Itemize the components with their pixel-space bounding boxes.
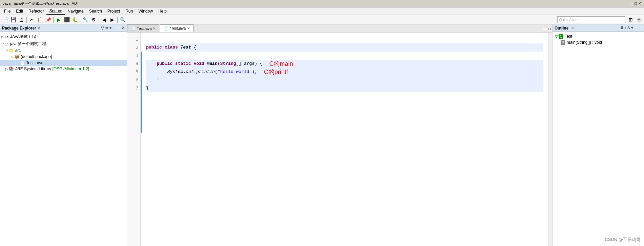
toolbar-search[interactable]: 🔍 [119, 16, 126, 23]
code-text [146, 52, 149, 60]
toolbar-perspective2[interactable]: ☕ [635, 16, 643, 23]
toolbar-btn1[interactable]: 💾 [9, 16, 17, 23]
toolbar-btn2[interactable]: 🖨 [18, 16, 25, 23]
toolbar-sep4 [99, 17, 99, 23]
outline-tree: ▽ C Test $ main(String[]) : void [552, 32, 644, 246]
tab-test-java-modified[interactable]: 📄 *Test.java ✕ [160, 24, 194, 32]
menu-navigate[interactable]: Navigate [65, 8, 86, 14]
outline-header-right[interactable]: ⇅ • S ▾ — □ [620, 26, 642, 30]
toolbar-btn6[interactable]: ⬛ [63, 16, 71, 23]
tab-close-icon[interactable]: ✕ [153, 26, 156, 30]
window-controls[interactable]: — □ ✕ [629, 1, 641, 6]
outline-title: Outline [555, 26, 568, 31]
outline-maximize-icon[interactable]: □ [640, 26, 642, 30]
package-explorer-tree: ▷ 🗂 JAVA测试工程 ▽ 🗂 java第一个测试工程 ▽ 📁 src ▽ 📦… [0, 32, 127, 246]
editor-tab-controls[interactable]: — □ [542, 26, 552, 32]
code-line-1 [146, 35, 543, 43]
keyword-public: public [157, 60, 173, 68]
code-space [173, 60, 175, 68]
tree-item-test-java[interactable]: ▷ 📄 Test.java [0, 60, 127, 66]
outline-hide-static-icon[interactable]: S [627, 26, 630, 30]
string-literal: "hello world" [218, 68, 252, 76]
tab-icon: 📄 [131, 26, 136, 31]
toolbar-back[interactable]: ◀ [100, 16, 108, 23]
code-indent [146, 68, 167, 76]
toolbar-btn5[interactable]: 📌 [44, 16, 52, 23]
toolbar-run[interactable]: ▶ [55, 16, 62, 23]
toolbar: 📄 💾 🖨 ✂ 📋 📌 ▶ ⬛ 🐛 🔧 ⚙ ◀ ▶ 🔍 Quick Access… [0, 15, 644, 24]
maximize-button[interactable]: □ [635, 1, 637, 6]
minimize-button[interactable]: — [629, 1, 633, 6]
menu-search[interactable]: Search [86, 8, 105, 14]
outline-close-icon[interactable]: ✕ [571, 26, 574, 30]
code-space [204, 60, 207, 68]
outline-item-test[interactable]: ▽ C Test [554, 33, 643, 39]
outline-hide-fields-icon[interactable]: • [625, 26, 626, 30]
toolbar-forward[interactable]: ▶ [108, 16, 116, 23]
close-button[interactable]: ✕ [638, 1, 641, 6]
toolbar-sep1 [26, 17, 27, 23]
tree-item-jre-lib[interactable]: ▷ 📚 JRE System Library [OSGi/Minimum-1.2… [0, 66, 127, 72]
tab-maximize-icon[interactable]: □ [548, 26, 551, 31]
editor-content[interactable]: 1 2 3 4 5 6 7 public c [127, 33, 552, 246]
class-icon: C [559, 34, 563, 39]
expand-arrow: ▽ [1, 42, 4, 46]
outline-sort-icon[interactable]: ⇅ [620, 26, 623, 30]
toolbar-btn7[interactable]: 🔧 [82, 16, 89, 23]
tree-item-java-test[interactable]: ▷ 🗂 JAVA测试工程 [0, 33, 127, 40]
tree-label: JAVA测试工程 [10, 34, 36, 40]
keyword-static: static [175, 60, 191, 68]
menu-project[interactable]: Project [105, 8, 123, 14]
code-params: ( [218, 60, 220, 68]
quick-access-input[interactable]: Quick Access [557, 16, 625, 23]
tree-item-java-first[interactable]: ▽ 🗂 java第一个测试工程 [0, 40, 127, 48]
view-menu-icon[interactable]: ▾ [109, 26, 112, 30]
minimize-panel-icon[interactable]: — [113, 26, 117, 30]
expand-arrow: ▽ [11, 55, 14, 59]
toolbar-new[interactable]: 📄 [1, 16, 9, 23]
code-editor[interactable]: public class Test { public stati [141, 33, 548, 246]
package-explorer-header: Package Explorer ✕ ▽ ⇔ ▾ — □ ✕ [0, 24, 127, 32]
link-editor-icon[interactable]: ⇔ [105, 26, 108, 30]
code-space [178, 43, 181, 52]
toolbar-perspective1[interactable]: ⊞ [627, 16, 635, 23]
method-icon: $ [561, 40, 565, 45]
no-arrow: ▷ [16, 61, 19, 65]
menu-window[interactable]: Window [136, 8, 156, 14]
menu-help[interactable]: Help [156, 8, 169, 14]
outline-header: Outline ✕ ⇅ • S ▾ — □ [552, 24, 644, 32]
maximize-panel-icon[interactable]: □ [118, 26, 120, 30]
tab-minimize-icon[interactable]: — [543, 26, 547, 31]
outline-item-main[interactable]: $ main(String[]) : void [554, 39, 643, 45]
code-line-4: public static void main ( String [] args… [146, 60, 543, 68]
close-panel-icon[interactable]: ✕ [122, 26, 125, 30]
line-num: 3 [127, 52, 140, 60]
line-num: 7 [127, 84, 140, 92]
tab-test-java[interactable]: 📄 Test.java ✕ [127, 24, 159, 32]
toolbar-debug[interactable]: 🐛 [71, 16, 79, 23]
code-space [241, 60, 244, 68]
class-system: System [167, 68, 183, 76]
toolbar-btn3[interactable]: ✂ [28, 16, 36, 23]
menu-refactor[interactable]: Refactor [26, 8, 46, 14]
outline-hide-nonauto-icon[interactable]: ▾ [631, 26, 633, 30]
menu-source[interactable]: Source [46, 8, 65, 15]
method-println: println [196, 68, 215, 76]
tree-item-default-pkg[interactable]: ▽ 📦 (default package) [0, 54, 127, 60]
collapse-all-icon[interactable]: ▽ [101, 26, 104, 30]
editor-scrollbar[interactable] [548, 33, 552, 246]
toolbar-btn8[interactable]: ⚙ [90, 16, 97, 23]
field-out: out [186, 68, 194, 76]
menu-edit[interactable]: Edit [13, 8, 26, 14]
tree-label: Test.java [26, 60, 42, 65]
outline-minimize-icon[interactable]: — [635, 26, 638, 30]
tab-close-icon[interactable]: ✕ [187, 26, 190, 30]
menu-file[interactable]: File [1, 8, 13, 14]
toolbar-btn4[interactable]: 📋 [36, 16, 44, 23]
code-paren: ( [215, 68, 218, 76]
panel-header-right[interactable]: ▽ ⇔ ▾ — □ ✕ [101, 26, 125, 30]
class-name: Test [180, 43, 191, 52]
panel-title-icon: ✕ [38, 26, 40, 30]
menu-run[interactable]: Run [123, 8, 136, 14]
tree-item-src[interactable]: ▽ 📁 src [0, 48, 127, 54]
